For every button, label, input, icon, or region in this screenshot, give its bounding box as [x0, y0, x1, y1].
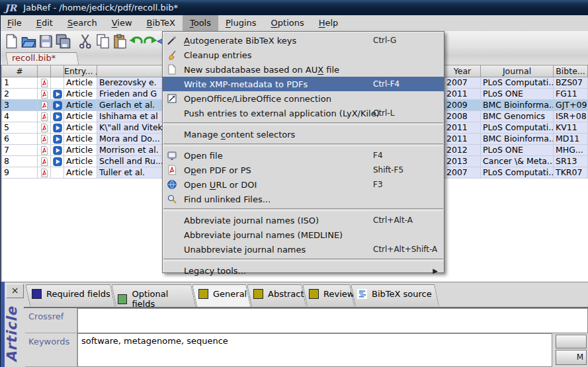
tab-bibtex-source[interactable]: BibTeX source: [351, 284, 435, 306]
cell-bibtexkey: MD11: [554, 134, 588, 145]
column-header-journal[interactable]: Journal: [481, 65, 554, 77]
menu-item-abbreviate-journal-names-medline[interactable]: Abbreviate journal names (MEDLINE): [163, 227, 444, 242]
url-doi-icon[interactable]: [53, 89, 62, 99]
window-left-border: [0, 15, 1, 367]
menu-item-push-entries-to-external-application-lyx-kile[interactable]: Push entries to external application (Ly…: [163, 106, 444, 120]
cell-entrytype: Article: [64, 100, 97, 111]
monitor-icon: [167, 150, 179, 161]
cell-entrytype: Article: [64, 111, 97, 122]
menu-item-autogenerate-bibtex-keys[interactable]: Autogenerate BibTeX keysCtrl-G: [163, 33, 444, 48]
menu-file[interactable]: File: [0, 15, 29, 31]
cell-number: 4: [2, 111, 38, 122]
menu-item-find-unlinked-files[interactable]: Find unlinked Files...: [163, 192, 444, 206]
column-header-icon-1[interactable]: [38, 65, 51, 77]
menu-shortcut: Ctrl-G: [373, 36, 396, 45]
menu-item-legacy-tools[interactable]: Legacy tools...▶: [163, 263, 444, 278]
menu-shortcut: F4: [373, 151, 383, 160]
menu-item-label: Cleanup entries: [184, 50, 252, 60]
url-doi-icon[interactable]: [53, 157, 62, 167]
no: [167, 215, 179, 225]
file-tab-recoll[interactable]: recoll.bib*: [5, 52, 77, 65]
menu-edit[interactable]: Edit: [29, 15, 60, 31]
new-database-button[interactable]: [4, 34, 19, 49]
pdf-file-icon: [38, 111, 51, 122]
menu-item-openoffice-libreoffice-connection[interactable]: OpenOffice/LibreOffice connection: [163, 91, 444, 106]
copy-button[interactable]: [95, 34, 110, 49]
pdf-file-icon[interactable]: [40, 101, 49, 110]
url-doi-icon[interactable]: [53, 123, 62, 133]
pdf-file-icon[interactable]: [40, 78, 49, 88]
menu-item-new-subdatabase-based-on-aux-file[interactable]: New subdatabase based on AUX file: [163, 62, 444, 77]
oo-icon: [167, 93, 179, 104]
menu-item-open-url-or-doi[interactable]: Open URL or DOIF3: [163, 177, 444, 192]
menu-item-write-xmp-metadata-to-pdfs[interactable]: Write XMP-metadata to PDFsCtrl-F4: [163, 77, 444, 91]
url-doi-icon[interactable]: [53, 101, 62, 110]
no: [167, 265, 179, 276]
save-database-button[interactable]: [38, 34, 54, 49]
menu-item-abbreviate-journal-names-iso[interactable]: Abbreviate journal names (ISO)Ctrl+Alt-A: [163, 213, 444, 227]
column-header-entry[interactable]: Entry...▲: [64, 65, 97, 77]
url-doi-icon: [51, 100, 64, 111]
save-all-button[interactable]: [56, 34, 71, 49]
menu-search[interactable]: Search: [60, 15, 105, 31]
tab-review[interactable]: Review: [302, 284, 350, 306]
url-doi-icon: [51, 89, 64, 100]
menu-shortcut: Ctrl+Alt-A: [373, 216, 413, 225]
cell-journal: PLoS ONE: [481, 145, 554, 156]
menu-help[interactable]: Help: [312, 15, 346, 31]
url-doi-icon: [51, 156, 64, 167]
tab-required-fields[interactable]: Required fields: [25, 284, 110, 306]
menu-view[interactable]: View: [105, 15, 140, 31]
no: [167, 79, 179, 89]
url-doi-icon[interactable]: [53, 134, 62, 144]
menu-tools[interactable]: Tools: [183, 15, 218, 31]
field-extra-button-top[interactable]: [556, 335, 587, 348]
cut-button[interactable]: [78, 34, 93, 49]
pdf-file-icon[interactable]: [40, 89, 49, 99]
cell-bibtexkey: KV11: [554, 122, 588, 134]
menu-options[interactable]: Options: [264, 15, 312, 31]
open-database-button[interactable]: [21, 34, 36, 49]
pdf-file-icon[interactable]: [40, 123, 49, 133]
url-doi-icon[interactable]: [53, 145, 62, 155]
column-header-bibte[interactable]: Bibte...: [554, 65, 588, 77]
pdf-file-icon[interactable]: [40, 145, 49, 155]
menu-bar: FileEditSearchViewBibTeXToolsPluginsOpti…: [0, 15, 588, 31]
column-header-icon-2[interactable]: [51, 65, 64, 77]
menu-item-open-file[interactable]: Open fileF4: [163, 148, 444, 163]
column-header-[interactable]: #: [2, 65, 38, 77]
tab-optional-fields[interactable]: Optional fields: [111, 284, 191, 306]
pdf-file-icon[interactable]: [40, 157, 49, 167]
cell-journal: BMC Bioinforma...: [481, 100, 554, 111]
cell-journal: BMC Bioinforma...: [481, 134, 554, 145]
submenu-arrow-icon: ▶: [433, 267, 438, 274]
url-doi-icon[interactable]: [53, 112, 62, 122]
menu-item-label: Find unlinked Files...: [184, 194, 271, 204]
square-olive-icon: [309, 289, 319, 299]
pdf-file-icon[interactable]: [40, 112, 49, 122]
cell-number: 7: [2, 145, 38, 156]
menu-item-unabbreviate-journal-names[interactable]: Unabbreviate journal namesCtrl+Alt+Shift…: [163, 242, 444, 257]
pdf-file-icon[interactable]: [40, 168, 49, 178]
column-header-year[interactable]: Year: [444, 65, 481, 77]
paste-button[interactable]: [112, 34, 128, 49]
pdf-file-icon: [38, 156, 51, 167]
wand-icon: [167, 35, 179, 46]
menu-item-cleanup-entries[interactable]: Cleanup entries: [163, 48, 444, 62]
undo-button[interactable]: [128, 34, 144, 49]
tab-general[interactable]: General: [192, 284, 246, 306]
pdf-file-icon[interactable]: [40, 134, 49, 144]
tab-label: BibTeX source: [372, 289, 432, 299]
url-doi-icon: [51, 167, 64, 179]
tab-abstract[interactable]: Abstract: [247, 284, 302, 306]
menu-item-manage-content-selectors[interactable]: Manage content selectors: [163, 127, 444, 142]
cell-number: 2: [2, 89, 38, 100]
menu-bibtex[interactable]: BibTeX: [140, 15, 183, 31]
field-extra-button-m[interactable]: M: [556, 350, 587, 365]
cell-year: 2007: [444, 77, 481, 89]
menu-item-label: Push entries to external application (Ly…: [184, 108, 380, 118]
crossref-field[interactable]: [77, 308, 588, 333]
keywords-field[interactable]: software, metagenome, sequence: [77, 333, 552, 367]
menu-item-open-pdf-or-ps[interactable]: Open PDF or PSShift-F5: [163, 163, 444, 177]
menu-plugins[interactable]: Plugins: [218, 15, 264, 31]
